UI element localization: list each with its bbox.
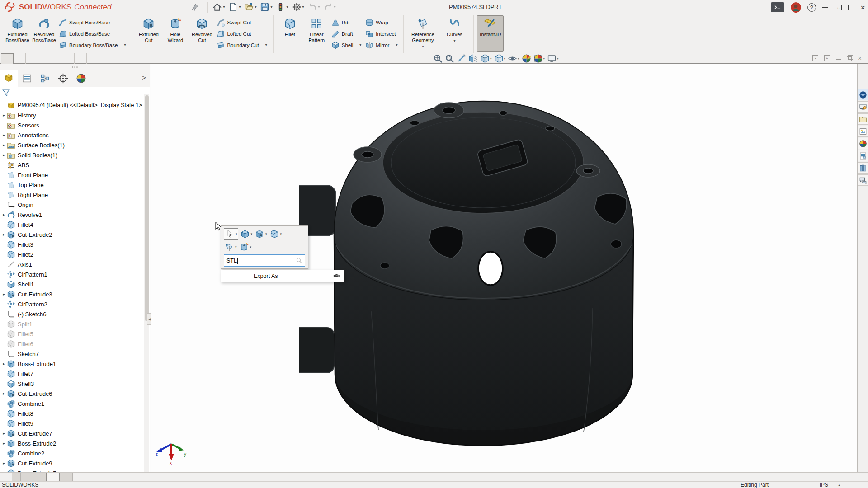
shortcut-boss-extrude[interactable]: ▾	[240, 229, 253, 239]
quick-save[interactable]: ▾	[259, 1, 274, 13]
tree-item-boss-extrude2[interactable]: ▸ Boss-Extrude2	[1, 438, 150, 448]
tree-item-axis1[interactable]: ▸ Axis1	[1, 259, 150, 269]
shortcut-ref-geometry[interactable]: ▾	[224, 242, 237, 253]
menu-edit[interactable]	[135, 5, 146, 10]
tree-item-split1[interactable]: ▸ Split1	[1, 319, 150, 329]
shortcut-hole-wizard[interactable]: ▾	[239, 242, 252, 253]
tree-scrollbar[interactable]	[144, 94, 149, 472]
expand-arrow-icon[interactable]: ▸	[1, 153, 7, 157]
ribbon-wrap[interactable]: Wrap▾	[365, 17, 400, 28]
unit-system-selector[interactable]: IPS ▴	[820, 482, 840, 488]
tree-item-combine2[interactable]: ▸ Combine2	[1, 448, 150, 458]
doc-close-icon[interactable]: ×	[858, 55, 862, 61]
tree-item-fillet5[interactable]: ▸ Fillet5	[1, 329, 150, 339]
doc-restore-icon[interactable]	[847, 56, 852, 61]
tree-item-annotations[interactable]: ▸ A Annotations	[1, 130, 150, 140]
view-view-settings[interactable]: ▾	[547, 54, 559, 63]
quick-open-doc[interactable]: ▾	[243, 1, 258, 13]
tree-item-boss-extrude1[interactable]: ▸ Boss-Extrude1	[1, 359, 150, 369]
search-result-export-as[interactable]: Export As	[221, 270, 344, 282]
ribbon-boundary-cut[interactable]: Boundary Cut▾	[217, 39, 269, 51]
ribbon-lofted-cut[interactable]: Lofted Cut▾	[217, 28, 269, 39]
tab-features[interactable]	[1, 53, 14, 64]
tree-item-shell1[interactable]: ▸ Shell1	[1, 279, 150, 289]
ribbon-rib[interactable]: Rib▾	[331, 17, 364, 28]
tab-sketch[interactable]	[14, 53, 26, 64]
doc-tab-model[interactable]	[46, 473, 60, 481]
taskpane-threedx[interactable]	[858, 89, 868, 100]
tree-item-boss-extrude5[interactable]: ▸ Boss-Extrude5	[1, 468, 150, 472]
ribbon-extruded-cut[interactable]: Extruded Cut▾	[135, 15, 162, 52]
tab-evaluate[interactable]	[50, 53, 62, 64]
tab-nav-icon[interactable]	[20, 473, 29, 481]
expand-arrow-icon[interactable]: ▸	[1, 143, 7, 147]
tree-item-solid-bodies-1[interactable]: ▸ Solid Bodies(1)	[1, 150, 150, 160]
ribbon-lofted-boss-base[interactable]: Lofted Boss/Base▾	[59, 28, 128, 39]
tree-item-fillet7[interactable]: ▸ Fillet7	[1, 369, 150, 379]
tree-item-fillet2[interactable]: ▸ Fillet2	[1, 249, 150, 259]
tree-item-fillet4[interactable]: ▸ Fillet4	[1, 220, 150, 230]
taskpane-resources[interactable]	[858, 101, 868, 113]
ribbon-curves[interactable]: Curves▾	[439, 15, 470, 52]
collapse-right-icon[interactable]: ▸	[824, 55, 830, 61]
panel-tab-dimxpert[interactable]	[54, 70, 72, 87]
ribbon-revolved-boss-base[interactable]: Revolved Boss/Base▾	[31, 15, 57, 52]
tree-item-origin[interactable]: ▸ Origin	[1, 200, 150, 210]
expand-arrow-icon[interactable]: ▸	[1, 461, 7, 465]
tree-item-fillet9[interactable]: ▸ Fillet9	[1, 418, 150, 428]
ribbon-extruded-boss-base[interactable]: Extruded Boss/Base▾	[4, 15, 31, 52]
shortcut-cut-extrude[interactable]: ▾	[254, 229, 268, 239]
ribbon-reference-geometry[interactable]: Reference Geometry▾	[407, 15, 439, 52]
shortcut-select-cursor[interactable]: ▾	[224, 228, 238, 240]
tree-scrollbar-thumb[interactable]	[145, 95, 149, 321]
expand-arrow-icon[interactable]: ▸	[1, 391, 7, 396]
taskpane-custom-props[interactable]	[858, 150, 868, 161]
minimize-icon[interactable]	[822, 7, 828, 8]
panel-tab-part[interactable]	[0, 70, 18, 87]
ribbon-linear-pattern[interactable]: Linear Pattern▾	[303, 15, 330, 52]
view-zoom-fit[interactable]: ▾	[433, 54, 443, 63]
tab-solidworks-add-ins[interactable]	[87, 53, 99, 64]
menu-insert[interactable]	[156, 5, 167, 10]
tab-nav-icon[interactable]	[29, 473, 38, 481]
tree-item-cut-extrude3[interactable]: ▸ Cut-Extrude3	[1, 289, 150, 299]
ribbon-mirror[interactable]: Mirror▾	[365, 39, 400, 51]
view-orientation[interactable]: ▾	[480, 54, 492, 63]
taskpane-reference-docs[interactable]	[858, 162, 868, 174]
tree-item-cut-extrude7[interactable]: ▸ Cut-Extrude7	[1, 428, 150, 438]
quick-new-doc[interactable]: ▾	[227, 1, 242, 13]
tree-root-item[interactable]: ▸ PM009574 (Default) <<Default>_Display …	[1, 100, 150, 110]
ribbon-boundary-boss-base[interactable]: Boundary Boss/Base▾	[59, 39, 128, 51]
model-3d-view[interactable]	[299, 95, 651, 456]
quick-redo[interactable]: ▾	[322, 1, 337, 13]
tree-item-right-plane[interactable]: ▸ Right Plane	[1, 190, 150, 200]
ribbon-revolved-cut[interactable]: Revolved Cut▾	[189, 15, 215, 52]
tree-item-fillet3[interactable]: ▸ Fillet3	[1, 239, 150, 249]
tree-item-top-plane[interactable]: ▸ Top Plane	[1, 180, 150, 190]
pin-icon[interactable]	[191, 3, 199, 11]
menu-file[interactable]	[124, 5, 135, 10]
tree-item-sensors[interactable]: ▸ Sensors	[1, 120, 150, 130]
tree-item-cirpattern1[interactable]: ▸ CirPattern1	[1, 269, 150, 279]
menu-tools[interactable]	[167, 5, 178, 10]
command-search-input[interactable]: STL	[224, 254, 305, 267]
expand-arrow-icon[interactable]: ▸	[1, 133, 7, 137]
view-scene[interactable]: ▾	[533, 54, 545, 63]
menu-view[interactable]	[146, 5, 156, 10]
expand-arrow-icon[interactable]: ▸	[1, 212, 7, 217]
help-icon[interactable]: ?	[807, 3, 816, 12]
tree-item-front-plane[interactable]: ▸ Front Plane	[1, 170, 150, 180]
tree-item-history[interactable]: ▸ History	[1, 110, 150, 120]
tab-lifecycle-and-collaboration[interactable]	[75, 53, 87, 64]
ribbon-swept-boss-base[interactable]: Swept Boss/Base▾	[59, 17, 128, 28]
tab-surfaces[interactable]	[26, 53, 38, 64]
close-icon[interactable]: ×	[860, 3, 865, 12]
tree-item-sketch6[interactable]: ▸ (-) Sketch6	[1, 309, 150, 319]
taskpane-design-library[interactable]	[858, 113, 868, 125]
panel-grab-handle[interactable]	[0, 64, 150, 70]
tree-item-cirpattern2[interactable]: ▸ CirPattern2	[1, 299, 150, 309]
tree-filter-bar[interactable]	[0, 87, 150, 99]
tab-nav-icon[interactable]	[38, 473, 46, 481]
taskpane-view-palette[interactable]	[858, 126, 868, 137]
quick-gear[interactable]: ▾	[291, 1, 306, 13]
